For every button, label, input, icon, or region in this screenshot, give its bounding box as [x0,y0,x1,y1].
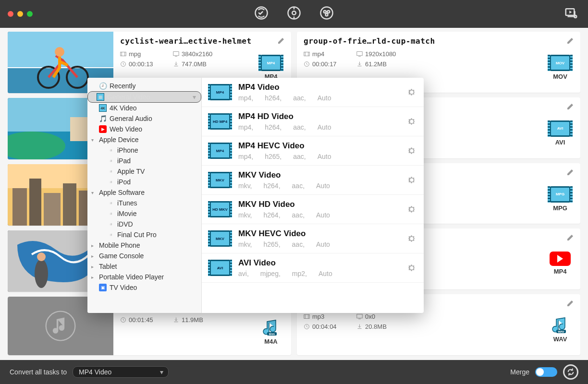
svg-rect-62 [304,52,309,56]
output-format[interactable]: AVIAVI [550,120,571,146]
edit-icon[interactable] [566,101,576,111]
category-item[interactable]: ▸Portable Video Player [87,272,201,282]
start-convert-button[interactable] [563,364,578,380]
preset-tags: mp4,h264,aac,Auto [238,94,400,102]
gear-icon[interactable] [407,205,416,214]
category-subitem[interactable]: ▫️Apple TV [87,166,201,177]
category-item[interactable]: ▸Game Console [87,251,201,261]
category-item[interactable]: ▾Apple Device [87,134,201,145]
format-icon: MOV [550,55,571,71]
gear-icon[interactable] [407,146,416,155]
category-item[interactable]: ▾Apple Software [87,187,201,198]
category-label: Final Cut Pro [117,231,157,239]
edit-tab-icon[interactable] [319,6,334,22]
merge-label: Merge [510,368,529,376]
gear-icon[interactable] [407,234,416,243]
edit-icon[interactable] [566,167,576,177]
category-label: iPhone [117,146,138,154]
svg-point-2 [292,11,296,15]
category-subitem[interactable]: ▫️iTunes [87,198,201,208]
maximize-button[interactable] [27,11,33,17]
output-format[interactable]: MP4 [550,252,571,275]
output-format[interactable]: MPGMPG [550,186,571,212]
category-item[interactable]: ▣TV Video [87,282,201,293]
convert-all-label: Convert all tasks to [10,368,67,376]
preset-tags: mkv,h264,aac,Auto [238,211,400,219]
preset-icon: MP4 [209,84,231,100]
category-label: Recently [110,82,135,90]
preset-item[interactable]: HD MKVMKV HD Videomkv,h264,aac,Auto [202,195,424,224]
category-label: General Video [107,93,150,101]
category-item[interactable]: 🎵General Audio [87,113,201,124]
category-label: General Audio [110,115,152,122]
output-format[interactable]: M4AM4A [260,320,282,345]
output-format[interactable]: MOVMOV [550,55,571,80]
edit-icon[interactable] [566,36,576,45]
svg-rect-65 [357,52,362,56]
preset-item[interactable]: HD MP4MP4 HD Videomp4,h264,aac,Auto [202,107,424,136]
format-icon: MP4 [260,55,282,71]
category-item[interactable]: ▦General Video [87,91,201,103]
svg-text:WAV: WAV [558,330,564,333]
convert-all-select[interactable]: MP4 Video [73,366,169,378]
category-subitem[interactable]: ▫️iDVD [87,219,201,229]
output-format[interactable]: MP4MP4 [260,55,282,80]
format-icon: WAV [550,317,571,334]
gear-icon[interactable] [407,117,416,126]
preset-item[interactable]: MKVMKV Videomkv,h264,aac,Auto [202,166,424,195]
category-subitem[interactable]: ▫️iMovie [87,208,201,219]
preset-item[interactable]: AVIAVI Videoavi,mjpeg,mp2,Auto [202,253,424,283]
preset-item[interactable]: MP4MP4 HEVC Videomp4,h265,aac,Auto [202,136,424,166]
svg-point-5 [327,11,330,13]
svg-rect-33 [29,179,41,226]
gear-icon[interactable] [407,88,416,96]
category-label: iPod [117,178,131,186]
category-label: Game Console [99,252,144,260]
preset-item[interactable]: MKVMKV HEVC Videomkv,h265,aac,Auto [202,224,424,253]
category-label: iPad [117,157,131,165]
category-subitem[interactable]: ▫️iPad [87,156,201,166]
category-tree: 🕘Recently▦General Video4K4K Video🎵Genera… [87,78,202,313]
category-item[interactable]: 🕘Recently [87,81,201,91]
category-item[interactable]: 4K4K Video [87,103,201,113]
preset-tags: mp4,h264,aac,Auto [238,123,400,131]
category-subitem[interactable]: ▫️iPhone [87,145,201,156]
gear-icon[interactable] [407,264,416,272]
preset-title: MKV Video [238,170,400,180]
close-button[interactable] [8,11,13,17]
preset-item[interactable]: MP4MP4 Videomp4,h264,aac,Auto [202,78,424,107]
preset-icon: AVI [209,260,231,276]
category-item[interactable]: ▸Tablet [87,261,201,272]
minimize-button[interactable] [17,11,23,17]
category-subitem[interactable]: ▫️iPod [87,177,201,187]
edit-icon[interactable] [566,232,576,242]
titlebar [0,0,588,28]
download-tab-icon[interactable] [287,6,301,22]
category-subitem[interactable]: ▫️Final Cut Pro [87,229,201,240]
output-format[interactable]: WAVWAV [550,317,571,343]
preset-icon: MP4 [209,143,231,159]
svg-rect-89 [357,314,362,318]
category-item[interactable]: ▸Mobile Phone [87,240,201,251]
preset-icon: MKV [209,172,231,188]
category-label: Tablet [99,263,117,270]
preset-icon: HD MKV [209,201,231,217]
convert-tab-icon[interactable] [254,6,269,22]
file-name: group-of-frie…rld-cup-match [304,36,574,46]
edit-icon[interactable] [277,36,286,45]
category-label: iMovie [117,210,136,217]
preset-title: MP4 Video [238,83,400,92]
preset-tags: mp4,h265,aac,Auto [238,153,400,160]
category-label: 4K Video [110,104,137,112]
edit-icon[interactable] [566,298,576,308]
media-library-icon[interactable] [564,6,578,22]
svg-rect-86 [304,315,309,319]
file-meta: mp30x000:04:0420.8MB [304,313,574,330]
category-label: Mobile Phone [99,241,140,249]
preset-title: MP4 HD Video [238,112,400,121]
category-label: Web Video [110,125,142,133]
gear-icon[interactable] [407,176,416,184]
merge-toggle[interactable] [535,367,557,377]
category-item[interactable]: ▶Web Video [87,124,201,134]
category-label: Portable Video Player [99,273,164,281]
